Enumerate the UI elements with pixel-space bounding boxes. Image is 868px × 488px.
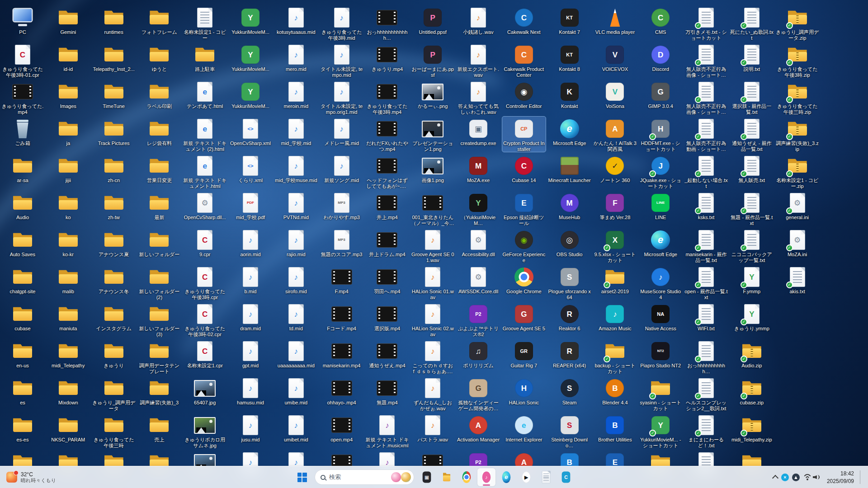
desktop-item[interactable]: ar-sa — [1, 154, 44, 183]
desktop-item[interactable]: ♪mid_学校.mid — [274, 117, 318, 146]
desktop-item[interactable]: e新規 テキスト ドキュメント.html — [183, 154, 226, 189]
desktop-item[interactable]: ♪dram.mid — [229, 302, 272, 332]
desktop-item[interactable]: きゅうり食ってた午後3時.mp4 — [365, 80, 409, 115]
desktop-item[interactable]: Telepathy_Inst_2... — [92, 42, 136, 72]
desktop-item[interactable]: ✓ksks.txt — [684, 191, 728, 221]
desktop-item[interactable]: プレゼンテーション1.png — [411, 117, 454, 152]
desktop-item[interactable]: ♪タイトル未設定, tempo.orig1.mid — [320, 80, 363, 115]
desktop-item[interactable]: ♪MuseScore Studio 4 — [639, 265, 682, 300]
desktop-item[interactable]: ✓無題 - 親作品一覧.txt — [730, 191, 774, 226]
desktop-item[interactable]: ✓ヘルスコンプレッション2__歌詞.txt — [684, 376, 728, 411]
desktop-item[interactable]: VVOICEVOX — [593, 42, 637, 72]
desktop-item[interactable]: 路上駐車 — [183, 42, 226, 72]
desktop-item[interactable]: ♪答え知ってても気しぃわこれ.wav — [457, 80, 500, 115]
desktop-item[interactable]: AActivation Manager — [457, 413, 500, 443]
desktop-item[interactable]: J✓JQuake.exe - ショートカット — [639, 154, 682, 189]
desktop-item[interactable]: ✓選択肢 - 親作品一覧.txt — [730, 80, 774, 115]
desktop-item[interactable]: ♪ずんだもん_しおかぜぉ.wav — [411, 376, 454, 411]
desktop-item[interactable]: ko-kr — [47, 228, 90, 258]
network-volume-button[interactable] — [801, 469, 823, 485]
desktop-item[interactable]: 画像1.png — [411, 154, 454, 183]
desktop-item[interactable]: ✓open - 親作品一覧.txt — [684, 265, 728, 300]
desktop-item[interactable]: ✓airset2-2019 — [593, 265, 637, 295]
desktop-item[interactable]: ✓無人販売.txt — [730, 154, 774, 183]
desktop-item[interactable]: ♪メドレー風.mid — [320, 117, 363, 146]
weather-widget[interactable]: 32°C 晴れ時々くもり — [2, 466, 61, 488]
desktop-item[interactable]: EEpson 接続診断ツール — [502, 191, 546, 226]
desktop-item[interactable]: eMicrosoft Edge — [548, 117, 591, 146]
taskbar-chrome-button[interactable] — [458, 468, 476, 486]
desktop-item[interactable]: フォトフレーム — [137, 5, 181, 35]
desktop-item[interactable]: ◉GeForce Experience — [502, 228, 546, 263]
desktop-item[interactable]: Y✓きゅうり.ymmp — [730, 302, 774, 332]
desktop-item[interactable]: SSteam — [548, 376, 591, 406]
desktop-item[interactable]: F.mp4 — [320, 265, 363, 295]
desktop-item[interactable]: CCakewalk Product Center — [502, 42, 546, 78]
desktop-item[interactable]: CCMS — [639, 5, 682, 35]
desktop-item[interactable]: LINELINE — [639, 191, 682, 221]
desktop-item[interactable]: eテンポあて.html — [183, 80, 226, 109]
desktop-item[interactable]: ⚙Accessibility.dll — [457, 228, 500, 258]
desktop-item[interactable]: VVoiSona — [593, 80, 637, 109]
desktop-item[interactable]: Minecraft Launcher — [548, 154, 591, 183]
desktop-item[interactable]: ✓通知うぜえ - 親作品一覧.txt — [730, 117, 774, 152]
desktop-item[interactable]: ✓きゅうり_調声用データ.zip — [776, 5, 819, 41]
desktop-item[interactable]: ⚙✓general.ini — [776, 191, 819, 221]
desktop-item[interactable]: ♪rajio.mid — [274, 228, 318, 258]
desktop-item[interactable]: Fコード.mp4 — [320, 302, 363, 332]
desktop-item[interactable]: ⚙✓MoZA.ini — [776, 228, 819, 258]
desktop-item[interactable]: KTKontakt 8 — [548, 42, 591, 72]
desktop-item[interactable]: RReaktor 6 — [548, 302, 591, 332]
desktop-item[interactable]: Auto Saves — [1, 228, 44, 258]
desktop-item[interactable]: ♪umibe.mid — [274, 376, 318, 406]
desktop-item[interactable]: ♪jusu.mid — [229, 413, 272, 443]
desktop-item[interactable]: manisekarin.mp4 — [320, 339, 363, 369]
desktop-item[interactable]: e新規 テキスト ドキュメント (2).html — [183, 117, 226, 152]
desktop-item[interactable]: C名称未設定1.cpr — [183, 339, 226, 369]
desktop-item[interactable]: ♪タイトル未設定, tempo.mid — [320, 42, 363, 78]
desktop-item[interactable]: ♪aorin.mid — [229, 228, 272, 258]
desktop-item[interactable]: ▣createdump.exe — [457, 117, 500, 146]
desktop-item[interactable]: DDiscord — [639, 42, 682, 72]
desktop-item[interactable]: ♪umibet.mid — [274, 413, 318, 443]
desktop-item[interactable]: Mixdown — [47, 376, 90, 406]
desktop-item[interactable]: NANative Access — [639, 302, 682, 332]
desktop-item[interactable]: G孤独なインディーゲーム開発者の一生… — [457, 376, 500, 411]
clock[interactable]: 18:42 2025/09/09 — [824, 469, 857, 485]
desktop-item[interactable]: だれだFXいれたやつ.mp4 — [365, 117, 409, 152]
taskbar-edge-button[interactable]: e — [497, 468, 515, 486]
desktop-item[interactable]: CCubase 14 — [502, 154, 546, 183]
desktop-item[interactable]: Y✓YukkuriMovieM... - ショートカット — [639, 413, 682, 448]
desktop-item[interactable]: PC — [1, 5, 44, 35]
desktop-item[interactable]: zh-cn — [92, 154, 136, 183]
desktop[interactable]: PCCきゅうり食ってた午後3時-01.cprきゅうり食ってた.mp4ごみ箱ar-… — [0, 0, 868, 488]
hidden-icons-chevron[interactable] — [771, 469, 780, 485]
desktop-item[interactable]: 65407.jpg — [183, 376, 226, 406]
desktop-item[interactable]: Gemini — [47, 5, 90, 35]
desktop-item[interactable]: ✓死にたい_ぬ歌詞.txt — [730, 5, 774, 41]
desktop-item[interactable]: ✓おっhhhhhhhhhhh… — [684, 339, 728, 374]
desktop-item[interactable]: ✓midi_Telepathy.zip — [730, 413, 774, 443]
desktop-item[interactable]: ♪uaaaaaaaaa.mid — [274, 339, 318, 369]
tray-x-app-icon[interactable]: × — [781, 474, 789, 481]
desktop-item[interactable]: ✓名称未設定1 - コピー.zip — [776, 154, 819, 189]
search-highlight-image[interactable] — [391, 472, 401, 482]
desktop-item[interactable]: ♪パストラ.wav — [411, 413, 454, 443]
start-button[interactable] — [293, 468, 311, 486]
desktop-item[interactable]: 井上.mp4 — [365, 191, 409, 221]
desktop-item[interactable]: 井上ドラム.mp4 — [365, 228, 409, 258]
desktop-item[interactable]: open.mp4 — [320, 413, 363, 443]
desktop-item[interactable]: <>OpenCvSharp.xml — [229, 117, 272, 146]
desktop-item[interactable]: 001_東北きりたん（ノーマル）_今しゃ… — [411, 191, 454, 226]
desktop-item[interactable]: 調声用データテンプレート — [137, 339, 181, 374]
desktop-item[interactable]: HHALion Sonic — [502, 376, 546, 406]
desktop-item[interactable]: レジ袋有料 — [137, 117, 181, 146]
desktop-item[interactable]: midi_Telepathy — [47, 339, 90, 369]
desktop-item[interactable]: ♪PVTNd.mid — [274, 191, 318, 221]
desktop-item[interactable]: ✓cubase.zip — [730, 376, 774, 406]
desktop-item[interactable]: ja — [47, 117, 90, 146]
desktop-item[interactable]: id-id — [47, 42, 90, 72]
desktop-item[interactable]: H✓HDDFMT.exe - ショートカット — [639, 117, 682, 152]
desktop-item[interactable]: ✓まにまにわーるど！.txt — [684, 413, 728, 448]
desktop-item[interactable]: MMoZA.exe — [457, 154, 500, 183]
